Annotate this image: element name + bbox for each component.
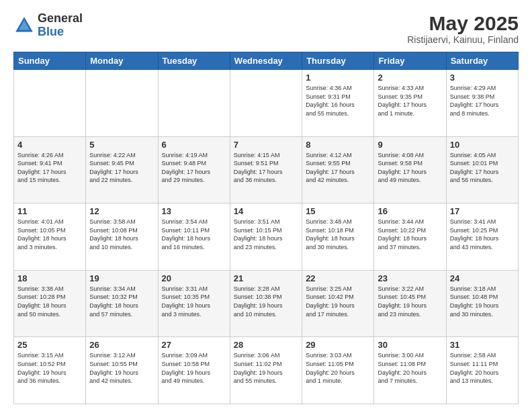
day-info: Sunrise: 2:58 AM Sunset: 11:11 PM Daylig… (450, 351, 515, 385)
day-cell: 10Sunrise: 4:05 AM Sunset: 10:01 PM Dayl… (446, 136, 518, 203)
col-header-wednesday: Wednesday (230, 52, 302, 70)
day-number: 28 (234, 340, 298, 350)
day-cell: 20Sunrise: 3:31 AM Sunset: 10:35 PM Dayl… (158, 270, 230, 337)
day-cell: 31Sunrise: 2:58 AM Sunset: 11:11 PM Dayl… (446, 337, 518, 404)
week-row-3: 11Sunrise: 4:01 AM Sunset: 10:05 PM Dayl… (14, 203, 519, 271)
day-info: Sunrise: 3:34 AM Sunset: 10:32 PM Daylig… (89, 285, 154, 318)
day-info: Sunrise: 3:38 AM Sunset: 10:28 PM Daylig… (17, 285, 82, 318)
day-number: 17 (450, 206, 515, 216)
day-number: 31 (450, 340, 515, 350)
day-info: Sunrise: 4:33 AM Sunset: 9:35 PM Dayligh… (378, 84, 442, 118)
day-number: 18 (17, 273, 82, 283)
month-title: May 2025 (407, 12, 519, 34)
day-number: 5 (89, 140, 154, 150)
col-header-thursday: Thursday (302, 52, 374, 70)
day-number: 24 (450, 273, 515, 283)
day-number: 13 (162, 206, 226, 216)
day-info: Sunrise: 3:09 AM Sunset: 10:58 PM Daylig… (162, 351, 226, 385)
col-header-friday: Friday (374, 52, 446, 70)
day-info: Sunrise: 3:41 AM Sunset: 10:25 PM Daylig… (450, 218, 515, 251)
day-cell (86, 70, 158, 137)
day-cell (230, 70, 302, 137)
day-info: Sunrise: 4:05 AM Sunset: 10:01 PM Daylig… (450, 151, 515, 185)
day-cell: 22Sunrise: 3:25 AM Sunset: 10:42 PM Dayl… (302, 270, 374, 337)
day-info: Sunrise: 3:25 AM Sunset: 10:42 PM Daylig… (306, 285, 370, 318)
day-info: Sunrise: 3:22 AM Sunset: 10:45 PM Daylig… (378, 285, 442, 318)
day-number: 20 (162, 273, 226, 283)
day-cell: 30Sunrise: 3:00 AM Sunset: 11:08 PM Dayl… (374, 337, 446, 404)
day-number: 27 (162, 340, 226, 350)
logo-general: General (38, 11, 83, 25)
week-row-2: 4Sunrise: 4:26 AM Sunset: 9:41 PM Daylig… (14, 136, 519, 203)
day-info: Sunrise: 3:54 AM Sunset: 10:11 PM Daylig… (162, 218, 226, 251)
week-row-4: 18Sunrise: 3:38 AM Sunset: 10:28 PM Dayl… (14, 270, 519, 337)
day-number: 14 (234, 206, 298, 216)
day-number: 23 (378, 273, 442, 283)
day-cell: 9Sunrise: 4:08 AM Sunset: 9:58 PM Daylig… (374, 136, 446, 203)
day-cell (158, 70, 230, 137)
day-cell: 27Sunrise: 3:09 AM Sunset: 10:58 PM Dayl… (158, 337, 230, 404)
day-info: Sunrise: 4:08 AM Sunset: 9:58 PM Dayligh… (378, 151, 442, 185)
day-cell: 15Sunrise: 3:48 AM Sunset: 10:18 PM Dayl… (302, 203, 374, 271)
day-number: 12 (89, 206, 154, 216)
day-info: Sunrise: 3:03 AM Sunset: 11:05 PM Daylig… (306, 351, 370, 385)
day-number: 30 (378, 340, 442, 350)
week-row-5: 25Sunrise: 3:15 AM Sunset: 10:52 PM Dayl… (14, 337, 519, 404)
day-cell: 1Sunrise: 4:36 AM Sunset: 9:31 PM Daylig… (302, 70, 374, 137)
day-number: 26 (89, 340, 154, 350)
day-info: Sunrise: 3:44 AM Sunset: 10:22 PM Daylig… (378, 218, 442, 251)
day-info: Sunrise: 4:12 AM Sunset: 9:55 PM Dayligh… (306, 151, 370, 185)
day-number: 11 (17, 206, 82, 216)
day-cell: 6Sunrise: 4:19 AM Sunset: 9:48 PM Daylig… (158, 136, 230, 203)
day-info: Sunrise: 3:00 AM Sunset: 11:08 PM Daylig… (378, 351, 442, 385)
day-cell: 12Sunrise: 3:58 AM Sunset: 10:08 PM Dayl… (86, 203, 158, 271)
day-number: 2 (378, 73, 442, 83)
day-info: Sunrise: 3:18 AM Sunset: 10:48 PM Daylig… (450, 285, 515, 318)
col-header-tuesday: Tuesday (158, 52, 230, 70)
day-info: Sunrise: 3:58 AM Sunset: 10:08 PM Daylig… (89, 218, 154, 251)
day-cell: 13Sunrise: 3:54 AM Sunset: 10:11 PM Dayl… (158, 203, 230, 271)
day-cell: 25Sunrise: 3:15 AM Sunset: 10:52 PM Dayl… (14, 337, 86, 404)
day-cell: 29Sunrise: 3:03 AM Sunset: 11:05 PM Dayl… (302, 337, 374, 404)
day-number: 10 (450, 140, 515, 150)
day-number: 1 (306, 73, 370, 83)
day-cell: 18Sunrise: 3:38 AM Sunset: 10:28 PM Dayl… (14, 270, 86, 337)
day-info: Sunrise: 3:51 AM Sunset: 10:15 PM Daylig… (234, 218, 298, 251)
day-cell: 4Sunrise: 4:26 AM Sunset: 9:41 PM Daylig… (14, 136, 86, 203)
day-cell: 16Sunrise: 3:44 AM Sunset: 10:22 PM Dayl… (374, 203, 446, 271)
day-info: Sunrise: 4:19 AM Sunset: 9:48 PM Dayligh… (162, 151, 226, 185)
day-info: Sunrise: 4:26 AM Sunset: 9:41 PM Dayligh… (17, 151, 82, 185)
logo-blue: Blue (38, 25, 64, 38)
day-info: Sunrise: 4:36 AM Sunset: 9:31 PM Dayligh… (306, 84, 370, 118)
day-info: Sunrise: 4:22 AM Sunset: 9:45 PM Dayligh… (89, 151, 154, 185)
day-cell: 3Sunrise: 4:29 AM Sunset: 9:38 PM Daylig… (446, 70, 518, 137)
day-number: 3 (450, 73, 515, 83)
col-header-monday: Monday (86, 52, 158, 70)
calendar-header-row: SundayMondayTuesdayWednesdayThursdayFrid… (14, 52, 519, 70)
header: General Blue May 2025 Ristijaervi, Kainu… (13, 12, 519, 45)
day-number: 9 (378, 140, 442, 150)
day-number: 21 (234, 273, 298, 283)
day-info: Sunrise: 4:15 AM Sunset: 9:51 PM Dayligh… (234, 151, 298, 185)
day-cell: 21Sunrise: 3:28 AM Sunset: 10:38 PM Dayl… (230, 270, 302, 337)
day-number: 16 (378, 206, 442, 216)
day-number: 6 (162, 140, 226, 150)
day-info: Sunrise: 4:01 AM Sunset: 10:05 PM Daylig… (17, 218, 82, 251)
col-header-sunday: Sunday (14, 52, 86, 70)
day-number: 29 (306, 340, 370, 350)
day-number: 8 (306, 140, 370, 150)
day-number: 15 (306, 206, 370, 216)
day-number: 19 (89, 273, 154, 283)
day-info: Sunrise: 3:15 AM Sunset: 10:52 PM Daylig… (17, 351, 82, 385)
logo-text: General Blue (38, 12, 83, 39)
day-cell: 7Sunrise: 4:15 AM Sunset: 9:51 PM Daylig… (230, 136, 302, 203)
day-cell: 19Sunrise: 3:34 AM Sunset: 10:32 PM Dayl… (86, 270, 158, 337)
day-cell: 23Sunrise: 3:22 AM Sunset: 10:45 PM Dayl… (374, 270, 446, 337)
day-number: 25 (17, 340, 82, 350)
day-cell: 26Sunrise: 3:12 AM Sunset: 10:55 PM Dayl… (86, 337, 158, 404)
day-cell: 17Sunrise: 3:41 AM Sunset: 10:25 PM Dayl… (446, 203, 518, 271)
week-row-1: 1Sunrise: 4:36 AM Sunset: 9:31 PM Daylig… (14, 70, 519, 137)
day-info: Sunrise: 3:06 AM Sunset: 11:02 PM Daylig… (234, 351, 298, 385)
logo-icon (13, 15, 35, 36)
day-cell: 11Sunrise: 4:01 AM Sunset: 10:05 PM Dayl… (14, 203, 86, 271)
